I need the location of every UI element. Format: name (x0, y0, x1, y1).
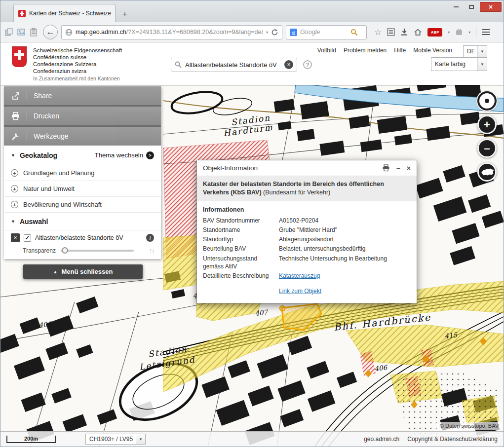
search-bar[interactable]: g (286, 25, 367, 39)
category-grundlagen[interactable]: + Grundlagen und Planung (4, 165, 161, 181)
geokatalog-header[interactable]: ▼ Geokatalog Thema wechseln > (4, 146, 161, 165)
minimize-icon[interactable]: – (396, 165, 400, 172)
print-label: Drucken (34, 112, 59, 120)
remove-layer-icon[interactable]: × (11, 233, 20, 242)
map-style-select[interactable]: Karte farbig ▼ (431, 57, 487, 71)
switzerland-extent-button[interactable] (477, 162, 497, 182)
wrench-icon (4, 132, 27, 141)
bookmark-star-icon[interactable]: ☆ (374, 28, 382, 37)
addon-image-icon[interactable] (17, 28, 26, 37)
downloads-icon[interactable] (400, 28, 408, 36)
search-icon[interactable] (350, 29, 358, 36)
attr-value: Belastet, untersuchungsbedürftig (279, 245, 411, 253)
theme-switch-link[interactable]: Thema wechseln > (95, 151, 154, 159)
print-menu-item[interactable]: Drucken (4, 107, 161, 125)
url-dropdown-icon[interactable]: ▾ (266, 30, 268, 35)
tools-menu-item[interactable]: Werkzeuge (4, 127, 161, 146)
cooperation-note: In Zusammenarbeit mit den Kantonen (33, 75, 120, 81)
popup-header[interactable]: Objekt-Information – × (197, 160, 417, 176)
google-favicon: g (290, 29, 297, 36)
addon-generic-icon[interactable] (455, 28, 463, 36)
attr-label: Untersuchungsstand gemäss AltlV (203, 255, 275, 270)
maximize-button[interactable] (465, 2, 478, 12)
selection-header[interactable]: ▼ Auswahl (4, 213, 161, 230)
bookmarks-panel-icon[interactable] (387, 28, 395, 36)
triangle-down-icon: ▼ (11, 153, 15, 158)
transparency-row: Transparenz ↑↓ (4, 245, 161, 259)
expand-plus-icon[interactable]: + (11, 169, 18, 177)
attr-label: Beurteilung BAV (203, 245, 275, 253)
switzerland-icon (481, 168, 494, 177)
share-menu-item[interactable]: Share (4, 86, 161, 105)
category-natur[interactable]: + Natur und Umwelt (4, 181, 161, 197)
web-search-input[interactable] (300, 29, 348, 36)
object-info-popup: Objekt-Information – × Kataster der bela… (196, 160, 417, 303)
category-bevoelkerung[interactable]: + Bevölkerung und Wirtschaft (4, 197, 161, 213)
popup-title: Objekt-Information (203, 164, 258, 172)
link-vollbild[interactable]: Vollbild (317, 47, 336, 54)
transparency-label: Transparenz (23, 247, 56, 254)
header-links: Vollbild Problem melden Hilfe Mobile Ver… (317, 47, 452, 54)
object-link[interactable]: Link zum Objekt (279, 288, 321, 295)
navigation-toolbar: ← map.geo.admin.ch/?X=249138.11&Y=680698… (0, 22, 504, 42)
addon-dropdown-icon[interactable]: ▾ (468, 30, 470, 35)
back-button[interactable]: ← (43, 25, 58, 39)
copyright-link[interactable]: Copyright & Datenschutzerklärung (407, 436, 498, 443)
expand-plus-icon[interactable]: + (11, 201, 18, 208)
location-dot-icon (485, 99, 489, 103)
map-search-box[interactable]: × (171, 58, 297, 72)
page-content: Stadion Hardturm Bhf. Hardbrücke Stadion… (0, 42, 504, 447)
chevron-down-icon: ▼ (136, 434, 145, 444)
browser-window: Karten der Schweiz - Schweize... + × ← m… (0, 0, 504, 447)
addon-clipboard-icon[interactable] (30, 28, 38, 37)
search-icon (175, 61, 182, 68)
close-icon[interactable]: × (407, 165, 411, 172)
language-select[interactable]: DE ▼ (463, 45, 487, 57)
bottom-bar: 200m CH1903+ / LV95 ▼ geo.admin.ch Copyr… (0, 431, 504, 447)
adblock-icon[interactable]: ABP (427, 28, 442, 37)
site-link[interactable]: geo.admin.ch (364, 436, 399, 443)
svg-text:407: 407 (255, 308, 270, 317)
triangle-down-icon: ▼ (11, 219, 15, 224)
print-icon[interactable] (382, 164, 390, 172)
svg-text:406: 406 (374, 363, 388, 372)
browser-tab[interactable]: Karten der Schweiz - Schweize... (13, 4, 116, 22)
link-problem-melden[interactable]: Problem melden (344, 47, 387, 54)
geokatalog-label: Geokatalog (20, 151, 57, 159)
attr-value: Katasterauszug (279, 272, 411, 280)
svg-text:406: 406 (39, 320, 53, 329)
url-bar[interactable]: map.geo.admin.ch/?X=249138.11&Y=680698.2… (61, 25, 282, 39)
new-tab-button[interactable]: + (119, 7, 131, 19)
expand-plus-icon[interactable]: + (11, 185, 18, 192)
home-icon[interactable] (414, 28, 422, 36)
url-text: map.geo.admin.ch/?X=249138.11&Y=680698.2… (76, 29, 263, 36)
scale-label: 200m (24, 436, 38, 442)
attr-label: Detaillierte Beschreibung (203, 272, 275, 280)
clear-search-icon[interactable]: × (284, 60, 293, 69)
reload-icon[interactable] (271, 29, 278, 36)
slider-handle[interactable] (62, 247, 68, 254)
close-button[interactable]: × (480, 2, 502, 12)
kataster-link[interactable]: Katasterauszug (279, 272, 320, 279)
projection-select[interactable]: CH1903+ / LV95 ▼ (85, 434, 146, 445)
layer-checkbox[interactable]: ✓ (24, 234, 31, 242)
minimize-button[interactable] (449, 2, 463, 12)
link-mobile-version[interactable]: Mobile Version (413, 47, 452, 54)
attr-value: Technische Untersuchung in Bearbeitung (279, 255, 411, 270)
maximize-icon (469, 5, 474, 9)
printer-icon (4, 112, 27, 121)
adblock-dropdown-icon[interactable]: ▾ (448, 30, 450, 35)
layer-info-icon[interactable]: i (146, 234, 154, 242)
geolocate-button[interactable] (477, 91, 497, 111)
link-hilfe[interactable]: Hilfe (394, 47, 406, 54)
layer-reorder-icons[interactable]: ↑↓ (149, 247, 154, 254)
share-icon (4, 91, 27, 101)
help-icon[interactable]: ? (303, 60, 312, 69)
map-search-input[interactable] (185, 61, 281, 69)
close-menu-button[interactable]: ▲ Menü schliessen (23, 264, 143, 279)
zoom-out-button[interactable]: – (477, 139, 497, 158)
addon-screenshot-icon[interactable] (4, 28, 13, 37)
zoom-in-button[interactable]: + (477, 115, 497, 134)
swiss-coat-of-arms (12, 46, 27, 67)
menu-icon[interactable] (482, 29, 490, 35)
